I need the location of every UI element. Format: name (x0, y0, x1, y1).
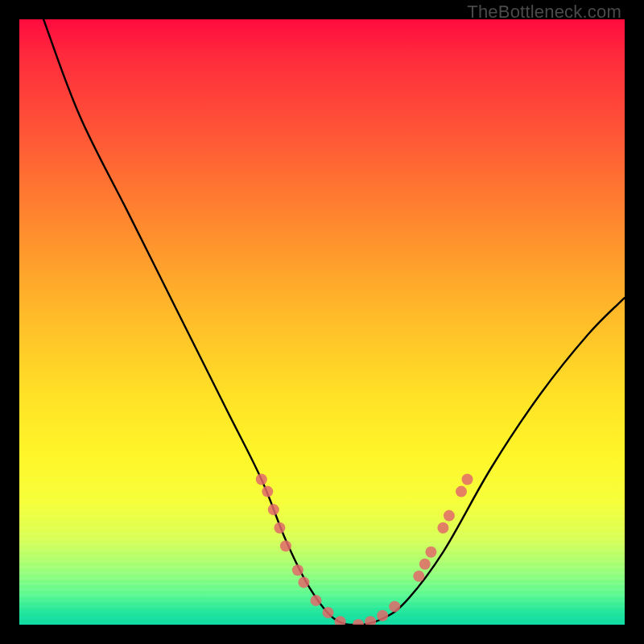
chart-frame (19, 19, 625, 625)
chart-background-gradient (19, 19, 625, 625)
